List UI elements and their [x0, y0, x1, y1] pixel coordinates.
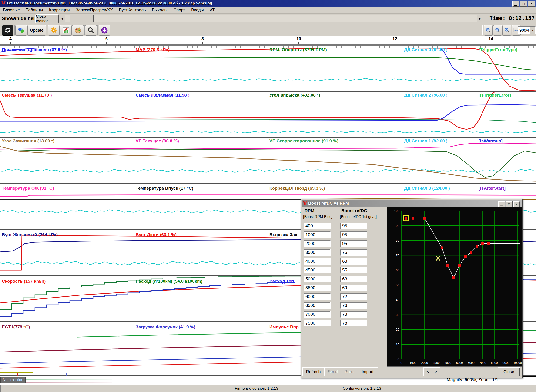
curve-point[interactable] [470, 251, 472, 254]
ruler-major-tick [10, 42, 11, 44]
minimize-button[interactable]: ▁ [512, 1, 519, 7]
rpm-bin-input-1[interactable] [304, 232, 331, 238]
menu-item-4[interactable]: БустКонтроль [116, 7, 149, 13]
curve-point[interactable] [458, 264, 461, 267]
rpm-bin-input-10[interactable] [304, 311, 331, 317]
boost-refdc-input-2[interactable] [340, 240, 367, 247]
curve-point[interactable] [441, 247, 443, 249]
rpm-bin-input-9[interactable] [304, 302, 331, 309]
menu-item-8[interactable]: АТ [207, 7, 218, 13]
ruler-number: 8 [201, 37, 204, 42]
toolbar: Update [0, 24, 536, 36]
boost-refdc-input-3[interactable] [340, 249, 367, 256]
curve-point[interactable] [464, 255, 467, 258]
download-icon [101, 27, 108, 34]
curve-point[interactable] [452, 276, 455, 279]
y-tick-label: 90 [396, 224, 399, 228]
close-toolbar-button[interactable]: Close toolbar [35, 14, 59, 23]
curve-point[interactable] [423, 217, 426, 220]
x-tick-label: 3000 [433, 361, 440, 364]
send-button[interactable]: Send [324, 367, 341, 376]
boost-refdc-input-7[interactable] [340, 285, 367, 291]
rpm-bin-input-6[interactable] [304, 276, 331, 282]
rpm-bin-input-3[interactable] [304, 249, 331, 256]
status-panel-empty [0, 385, 234, 392]
curve-point[interactable] [481, 242, 484, 245]
boost-refdc-input-0[interactable] [340, 223, 367, 229]
chart-edit-button[interactable] [60, 25, 72, 36]
menu-item-7[interactable]: Входы [188, 7, 207, 13]
dialog-minimize-button[interactable]: ▁ [498, 201, 505, 207]
menu-item-3[interactable]: Запуск/Прогрев/ХХ [73, 7, 116, 13]
y-tick-label: 30 [396, 313, 399, 317]
log-scrollbar-track[interactable] [59, 15, 483, 22]
sync-button[interactable] [2, 25, 14, 36]
window-title: C:\Users\X61\Documents\VEMS_Files\8574-8… [7, 1, 212, 6]
menu-item-0[interactable]: Базовые [0, 7, 23, 13]
boost-refdc-input-9[interactable] [340, 302, 367, 309]
scroll-left-arrow[interactable]: ◄ [59, 15, 65, 22]
selection-status-badge: No selection [0, 377, 26, 383]
rpm-bin-input-0[interactable] [304, 223, 331, 229]
dialog-close-button[interactable]: × [513, 201, 520, 207]
zoom-out-button[interactable] [493, 25, 502, 36]
curve-point[interactable] [487, 242, 490, 245]
menu-item-1[interactable]: Таблицы [23, 7, 46, 13]
burn-button[interactable]: Burn [340, 367, 357, 376]
magnify-select[interactable]: 900% ▼ [518, 26, 536, 34]
boost-refdc-input-4[interactable] [340, 258, 367, 265]
menu-item-2[interactable]: Коррекции [46, 7, 73, 13]
curve-point[interactable] [405, 217, 407, 220]
time-ruler[interactable]: 468101214 [0, 36, 536, 48]
ruler-major-tick [395, 42, 395, 44]
rpm-bin-input-11[interactable] [304, 320, 331, 327]
boost-refdc-input-1[interactable] [340, 232, 367, 238]
settings-button[interactable] [48, 25, 60, 36]
curve-point[interactable] [475, 245, 478, 248]
prev-gear-button[interactable]: < [423, 367, 432, 376]
x-tick-label: 10000 [513, 361, 522, 364]
restore-button[interactable]: □ [520, 1, 527, 7]
menu-item-6[interactable]: Спорт [170, 7, 188, 13]
band-divider [0, 137, 536, 138]
import-button[interactable]: Import [357, 367, 378, 376]
rpm-bin-input-8[interactable] [304, 293, 331, 300]
x-tick-label: 5000 [456, 361, 463, 364]
boost-refdc-input-10[interactable] [340, 311, 367, 317]
curve-point[interactable] [411, 217, 414, 220]
boost-refdc-input-6[interactable] [340, 276, 367, 282]
dialog-restore-button[interactable]: □ [506, 201, 513, 207]
download-button[interactable] [99, 25, 110, 36]
ruler-number: 4 [9, 37, 12, 42]
dialog-close-action-button[interactable]: Close [498, 367, 520, 376]
chevron-down-icon[interactable]: ▼ [530, 27, 535, 34]
rpm-bin-input-2[interactable] [304, 240, 331, 247]
x-tick-label: 0 [400, 361, 402, 364]
update-button[interactable]: Update [28, 25, 46, 36]
zoom-in-button[interactable] [484, 25, 493, 36]
boost-refdc-input-5[interactable] [340, 267, 367, 273]
y-tick-label: 0 [398, 358, 399, 361]
connect-button[interactable] [15, 25, 27, 36]
next-gear-button[interactable]: > [432, 367, 440, 376]
scroll-right-arrow[interactable]: ► [477, 15, 483, 22]
search-button[interactable] [85, 25, 97, 36]
refresh-button[interactable]: Refresh [303, 367, 324, 376]
menu-item-5[interactable]: Выходы [149, 7, 171, 13]
zoom-reset-button[interactable] [503, 25, 511, 36]
log-trace [0, 46, 536, 74]
log-scrollbar-thumb[interactable] [70, 15, 93, 22]
rpm-bin-input-4[interactable] [304, 258, 331, 265]
curve-point[interactable] [447, 264, 449, 267]
boost-curve-chart[interactable]: 0100020003000400050006000700080009000100… [387, 207, 522, 367]
dialog-title-bar[interactable]: Boost refDC vs RPM ▁ □ × [302, 200, 522, 207]
boost-refdc-input-8[interactable] [340, 293, 367, 300]
x-tick-label: 9000 [503, 361, 509, 364]
rpm-bin-input-5[interactable] [304, 267, 331, 273]
close-button[interactable]: × [528, 1, 535, 7]
rpm-bin-input-7[interactable] [304, 285, 331, 291]
ruler-number: 10 [296, 37, 301, 42]
boost-refdc-input-11[interactable] [340, 320, 367, 327]
x-tick-label: 4000 [445, 361, 451, 364]
palette-button[interactable] [72, 25, 84, 36]
